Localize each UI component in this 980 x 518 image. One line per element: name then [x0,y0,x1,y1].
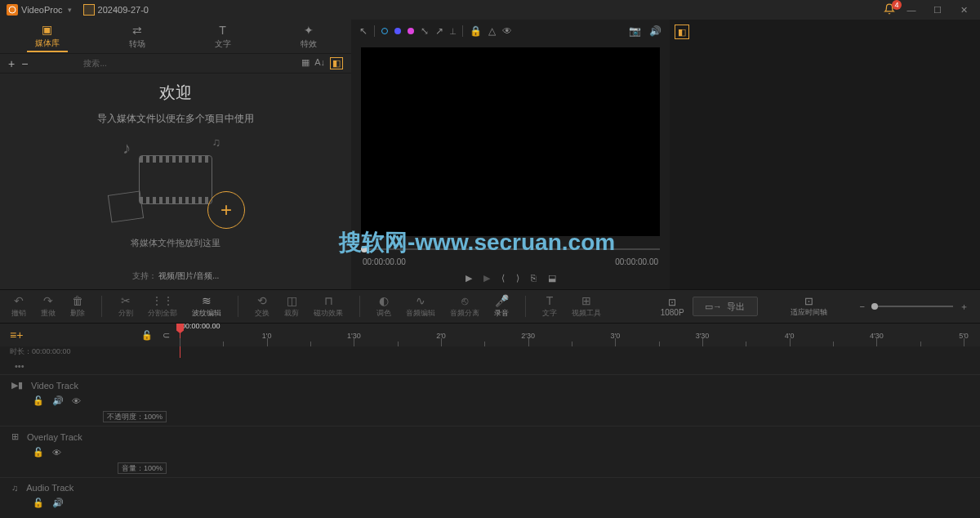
playhead-timecode: 00:00:00.00 [181,322,220,330]
magnet-toggle-icon[interactable]: ⊂ [163,330,170,341]
tab-effects[interactable]: ✦ 特效 [292,22,325,51]
zoom-slider[interactable]: − ＋ [860,301,969,313]
track-options-icon[interactable]: ••• [0,358,980,374]
project-file[interactable]: 202409-27-0 [83,4,149,16]
maximize-button[interactable]: ☐ [928,2,947,17]
svg-point-0 [9,7,16,13]
right-sidebar: ◧ [670,20,980,289]
track-mute-icon[interactable]: 🔊 [52,395,64,406]
snapshot-icon[interactable]: 📷 [629,25,641,37]
timeline-header: ≡+ 🔓 ⊂ 00:00:00.00 1'01'302'02'303'03'30… [0,324,980,346]
fit-timeline-button[interactable]: ⊡ 适应时间轴 [791,295,827,318]
magnet-button[interactable]: ⊓磁功效果 [314,294,343,319]
app-logo-group[interactable]: VideoProc ▾ [7,4,72,16]
snap-icon[interactable]: △ [488,25,496,37]
overlay-track-name: Overlay Track [27,432,82,442]
mark-in-button[interactable]: ⎘ [531,273,537,283]
search-input[interactable]: 搜索... [83,58,295,69]
overlay-track-lane[interactable] [180,426,980,477]
tool-icon-2[interactable]: ↗ [435,25,443,37]
app-logo-icon [7,4,18,16]
close-button[interactable]: ✕ [954,2,973,17]
lock-tracks-icon[interactable]: 🔓 [141,330,153,341]
separator [374,25,375,37]
music-notes-icon: ♫ [212,136,221,149]
color-dot-blue[interactable] [394,28,401,34]
next-frame-button[interactable]: ⟩ [516,273,519,284]
add-track-button[interactable]: ≡+ [10,328,23,342]
track-lock-icon[interactable]: 🔓 [33,447,44,458]
pointer-tool-icon[interactable]: ↖ [359,25,368,37]
overlay-track-icon: ⊞ [11,431,19,442]
volume-icon[interactable]: 🔊 [649,25,662,37]
preview-scrubber[interactable] [351,241,670,257]
opacity-badge[interactable]: 不透明度：100% [103,411,167,422]
sort-icon[interactable]: A↓ [314,57,325,69]
grid-view-icon[interactable]: ▦ [301,57,310,69]
tool-icon-1[interactable]: ⤡ [421,25,429,37]
separator [238,296,238,317]
crop-button[interactable]: ◫裁剪 [284,294,299,319]
minimize-button[interactable]: ― [902,2,921,17]
timeline-ruler[interactable]: 00:00:00.00 1'01'302'02'303'03'304'04'30… [180,324,980,346]
tab-transitions[interactable]: ⇄ 转场 [121,22,154,51]
prev-frame-button[interactable]: ⟨ [501,273,505,284]
add-circle-icon[interactable]: + [207,191,245,229]
color-dot-magenta[interactable] [408,28,414,34]
color-dot-cyan[interactable] [381,28,388,34]
welcome-area[interactable]: 欢迎 导入媒体文件以便在多个项目中使用 ♪ ♫ + 将媒体文件拖放到这里 支持：… [0,74,351,289]
volume-badge[interactable]: 音量：100% [118,462,167,474]
zoom-in-icon[interactable]: ＋ [960,301,969,313]
audio-track-lane[interactable] [180,478,980,511]
mark-out-button[interactable]: ⬓ [548,273,556,284]
add-media-button[interactable]: + [8,57,15,70]
timeline-info: 时长：00:00:00:00 [0,346,980,358]
media-panel: ▣ 媒体库 ⇄ 转场 T 文字 ✦ 特效 + − 搜索... ▦ [0,20,351,289]
video-track-lane[interactable] [180,375,980,426]
remove-media-button[interactable]: − [21,57,28,70]
split-all-button[interactable]: ⋮⋮分割全部 [148,294,177,319]
notification-bell-icon[interactable]: 4 [884,3,895,16]
separator [462,25,463,37]
preview-panel: ↖ ⤡ ↗ ⟂ 🔒 △ 👁 📷 🔊 00:00:00.00 00:00:00.0… [351,20,670,289]
redo-button[interactable]: ↷重做 [41,294,56,319]
preview-canvas[interactable] [361,47,660,236]
ripple-edit-button[interactable]: ≋波纹编辑 [192,294,221,319]
track-lock-icon[interactable]: 🔓 [33,498,44,508]
app-dropdown-icon[interactable]: ▾ [68,6,72,14]
swap-button[interactable]: ⟲交换 [255,294,270,319]
tab-text[interactable]: T 文字 [207,22,239,51]
track-visibility-icon[interactable]: 👁 [52,448,61,458]
separator [101,296,102,317]
resolution-selector[interactable]: ⊡ 1080P [661,297,684,317]
panel-toggle-icon[interactable]: ◧ [330,57,343,69]
audio-edit-button[interactable]: ∿音频编辑 [406,294,435,319]
export-button[interactable]: ▭→ 导出 [693,297,758,316]
welcome-subtitle: 导入媒体文件以便在多个项目中使用 [97,112,254,126]
track-lock-icon[interactable]: 🔓 [33,395,44,406]
export-icon: ▭→ [705,301,722,312]
delete-button[interactable]: 🗑删除 [70,294,85,319]
split-button[interactable]: ✂分割 [118,294,133,319]
track-mute-icon[interactable]: 🔊 [52,498,64,508]
audio-detach-button[interactable]: ⎋音频分离 [450,294,479,319]
eye-icon[interactable]: 👁 [502,25,512,37]
timeline-tracks: ••• ▶▮ Video Track 🔓 🔊 👁 不透明度：100% ⊞ Ove… [0,358,980,518]
text-tool-button[interactable]: T文字 [542,294,557,319]
video-tools-button[interactable]: ⊞视频工具 [572,294,601,319]
play-button[interactable]: ▶ [466,273,472,284]
track-visibility-icon[interactable]: 👁 [72,396,81,406]
record-button[interactable]: 🎤录音 [494,294,509,319]
music-note-icon: ♪ [122,139,131,158]
tool-icon-3[interactable]: ⟂ [450,25,456,37]
media-icon: ▣ [42,23,52,36]
video-track-name: Video Track [31,381,78,391]
color-button[interactable]: ◐调色 [376,294,391,319]
lock-icon[interactable]: 🔒 [470,25,482,37]
play-alt-button[interactable]: ▶ [483,273,490,284]
sidebar-toggle-icon[interactable]: ◧ [675,25,689,39]
undo-button[interactable]: ↶撤销 [11,294,26,319]
audio-track: ♫ Audio Track 🔓 🔊 [0,477,980,511]
zoom-out-icon[interactable]: − [860,301,865,311]
tab-media-library[interactable]: ▣ 媒体库 [27,21,68,52]
